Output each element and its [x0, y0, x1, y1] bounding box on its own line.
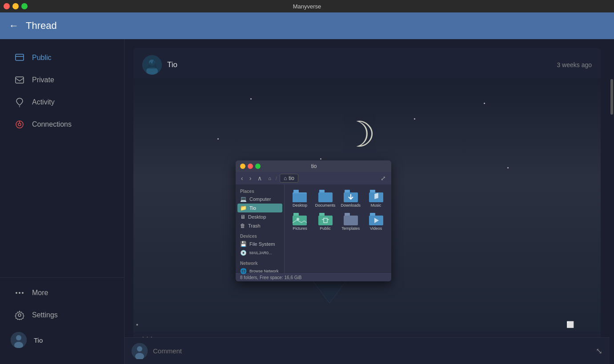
content-area: Tio 3 weeks ago ☽ [124, 39, 610, 364]
back-button[interactable]: ← [9, 21, 19, 31]
fm-folder-downloads[interactable]: Downloads [339, 188, 362, 209]
computer-icon: 💻 [240, 196, 247, 202]
svg-rect-24 [293, 190, 299, 193]
fm-item-mailjar[interactable]: 💿 MAILJAR0... [236, 248, 284, 257]
svg-point-43 [137, 346, 142, 352]
svg-rect-2 [16, 77, 24, 83]
fm-folder-documents[interactable]: Documents [313, 188, 337, 209]
fm-maximize-btn[interactable] [255, 164, 261, 169]
fm-devices-title: Devices [236, 233, 284, 240]
fm-body: Places 💻 Computer 📁 Tio [236, 184, 391, 273]
sidebar-item-label-settings: Settings [32, 311, 58, 319]
fm-close-btn[interactable] [248, 164, 253, 169]
fm-minimize-btn[interactable] [240, 164, 245, 169]
maximize-button[interactable] [21, 3, 28, 9]
post-indicators: • • • [133, 332, 601, 337]
thread-post: Tio 3 weeks ago ☽ [124, 39, 610, 337]
post-header: Tio 3 weeks ago [133, 48, 601, 78]
fm-item-computer[interactable]: 💻 Computer [236, 195, 284, 204]
fm-folder-documents-label: Documents [315, 203, 336, 208]
sidebar-item-settings[interactable]: Settings [4, 304, 120, 326]
svg-rect-0 [16, 54, 24, 60]
sidebar-item-private[interactable]: Private [4, 69, 120, 91]
fm-item-desktop[interactable]: 🖥 Desktop [236, 212, 284, 221]
fm-item-tio[interactable]: 📁 Tio [237, 204, 282, 212]
post-card: Tio 3 weeks ago ☽ [133, 48, 601, 337]
comment-area: ⤡ [124, 337, 610, 364]
svg-point-9 [22, 292, 24, 294]
svg-point-5 [18, 123, 21, 126]
fm-folder-templates[interactable]: Templates [339, 211, 362, 232]
scrollbar-thumb[interactable] [610, 79, 613, 115]
sidebar-item-label-more: More [32, 289, 48, 297]
svg-point-10 [18, 314, 21, 316]
fm-status-text: 8 folders, Free space: 16,6 GiB [240, 275, 301, 280]
window-controls [4, 3, 28, 9]
post-image: ☽ [133, 78, 601, 332]
fm-expand-btn[interactable]: ⤢ [379, 174, 388, 183]
fm-desktop-label: Desktop [248, 214, 266, 220]
sidebar-item-activity[interactable]: Activity [4, 92, 120, 113]
fm-folder-desktop-label: Desktop [293, 203, 307, 208]
activity-icon [14, 97, 25, 108]
sidebar-item-connections[interactable]: Connections [4, 114, 120, 135]
expand-button[interactable]: ⤡ [596, 346, 602, 356]
fm-folder-music[interactable]: Music [364, 188, 388, 209]
post-bottom-left-icon: ▪ [136, 321, 138, 328]
close-button[interactable] [4, 3, 10, 9]
sidebar-item-more[interactable]: More [4, 282, 120, 304]
fm-up-btn[interactable]: ∧ [256, 174, 264, 183]
connections-icon [14, 119, 25, 130]
fm-home-icon: ⌂ [266, 176, 273, 181]
more-icon [14, 288, 25, 298]
fm-folder-templates-label: Templates [341, 226, 360, 231]
fm-folder-downloads-label: Downloads [341, 203, 361, 208]
fm-back-btn[interactable]: ‹ [239, 174, 245, 183]
fm-folder-videos-label: Videos [370, 226, 382, 231]
fm-path-text: tio [289, 175, 294, 181]
post-username: Tio [167, 60, 177, 69]
fm-folder-pictures[interactable]: Pictures [288, 211, 312, 232]
fm-item-trash[interactable]: 🗑 Trash [236, 221, 284, 230]
minimize-button[interactable] [12, 3, 19, 9]
user-avatar [11, 332, 27, 348]
fm-filesystem-label: File System [249, 241, 275, 247]
fm-computer-label: Computer [249, 196, 271, 202]
header-title: Thread [26, 20, 57, 32]
sidebar-item-public[interactable]: Public [4, 47, 120, 68]
fm-folder-videos[interactable]: Videos [364, 211, 388, 232]
scrollbar[interactable] [610, 39, 614, 364]
fm-separator: / [276, 176, 277, 181]
fm-title: tio [261, 163, 367, 169]
fm-folder-desktop[interactable]: Desktop [288, 188, 312, 209]
fm-forward-btn[interactable]: › [248, 174, 253, 183]
svg-point-8 [19, 292, 20, 294]
fm-folder-public[interactable]: Public [313, 211, 337, 232]
svg-rect-36 [318, 216, 333, 225]
desktop-icon: 🖥 [240, 214, 245, 220]
post-timestamp: 3 weeks ago [557, 61, 592, 68]
sidebar-item-label-private: Private [32, 76, 54, 84]
fm-item-filesystem[interactable]: 💾 File System [236, 240, 284, 248]
fm-path-bar[interactable]: ⌂ tio [280, 174, 298, 183]
mailjar-icon: 💿 [240, 250, 247, 256]
tio-folder-icon: 📁 [240, 205, 247, 211]
post-bottom-right-icon: ⬜ [566, 321, 574, 328]
sidebar-user[interactable]: Tio [0, 327, 124, 353]
sidebar-item-label-activity: Activity [32, 98, 55, 106]
fm-trash-label: Trash [248, 223, 261, 228]
fm-folder-pictures-label: Pictures [293, 226, 307, 231]
post-user: Tio [142, 55, 177, 75]
sidebar-user-name: Tio [34, 336, 43, 344]
star [414, 118, 415, 120]
comment-input[interactable] [153, 347, 590, 355]
fm-mailjar-label: MAILJAR0... [249, 251, 272, 255]
fm-item-browse-network[interactable]: 🌐 Browse Network [236, 267, 284, 276]
app-title: Manyverse [293, 3, 321, 10]
star [507, 167, 509, 168]
trash-icon: 🗑 [240, 223, 245, 229]
app-header: ← Thread [0, 12, 614, 39]
fm-places-title: Places [236, 188, 284, 195]
svg-rect-33 [293, 216, 307, 225]
fm-sidebar: Places 💻 Computer 📁 Tio [236, 184, 285, 273]
